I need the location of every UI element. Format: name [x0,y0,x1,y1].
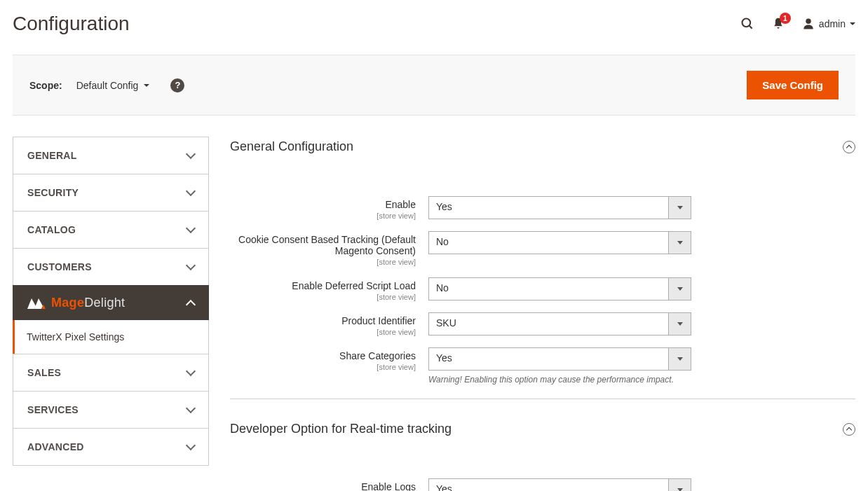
sidebar-item-customers[interactable]: CUSTOMERS [13,248,209,285]
field-label-cookie: Cookie Consent Based Tracking (Default M… [238,234,416,256]
chevron-down-icon [186,366,196,376]
sidebar-item-services[interactable]: SERVICES [13,391,209,428]
cookie-consent-select[interactable]: No [428,231,691,254]
chevron-down-icon [186,149,196,159]
collapse-toggle[interactable] [843,423,855,436]
chevron-down-icon [186,186,196,196]
chevron-down-icon [677,241,683,244]
field-note-share-cat: Warning! Enabling this option may cause … [428,375,691,385]
sidebar-item-general[interactable]: GENERAL [13,137,209,174]
sidebar-item-label: SERVICES [27,404,79,415]
collapse-toggle[interactable] [843,141,855,153]
select-dropdown-button[interactable] [668,278,691,300]
select-value: No [429,232,668,254]
section-title-developer: Developer Option for Real-time tracking [230,422,452,436]
field-scope: [store view] [230,328,416,336]
chevron-down-icon [677,322,683,326]
username-label: admin [819,18,846,29]
select-value: No [429,278,668,300]
field-label-enable: Enable [385,199,416,210]
scope-label: Scope: [29,80,62,91]
field-scope: [store view] [230,212,416,220]
config-sidebar: GENERAL SECURITY CATALOG CUSTOMERS MageD… [13,137,209,491]
chevron-down-icon [186,223,196,233]
field-label-product-id: Product Identifier [341,315,416,326]
chevron-down-icon [677,287,683,291]
page-title: Configuration [13,13,130,35]
chevron-up-icon [846,145,852,151]
chevron-up-icon [186,299,196,309]
select-dropdown-button[interactable] [668,479,691,491]
chevron-down-icon [186,261,196,270]
sidebar-item-security[interactable]: SECURITY [13,174,209,211]
svg-point-2 [806,19,811,25]
sidebar-item-catalog[interactable]: CATALOG [13,211,209,248]
field-label-share-cat: Share Categories [339,350,416,361]
chevron-down-icon [850,22,855,25]
field-scope: [store view] [230,363,416,371]
select-value: SKU [429,313,668,335]
select-dropdown-button[interactable] [668,232,691,254]
user-menu[interactable]: admin [802,18,855,30]
sidebar-item-advanced[interactable]: ADVANCED [13,428,209,466]
deferred-script-select[interactable]: No [428,277,691,300]
chevron-down-icon [677,206,683,209]
field-scope: [store view] [230,293,416,301]
enable-select[interactable]: Yes [428,196,691,219]
notifications-icon[interactable]: 1 [771,17,785,31]
svg-point-0 [742,19,750,27]
sidebar-item-label: CATALOG [27,224,76,235]
sidebar-item-sales[interactable]: SALES [13,354,209,391]
select-value: Yes [429,479,668,491]
brand-icon [27,296,46,310]
section-title-general: General Configuration [230,139,353,154]
save-config-button[interactable]: Save Config [747,71,839,99]
sidebar-item-label: CUSTOMERS [27,261,92,272]
chevron-down-icon [677,488,683,491]
field-label-enable-logs: Enable Logs [361,481,416,491]
share-categories-select[interactable]: Yes [428,347,691,371]
search-icon[interactable] [740,17,754,31]
field-scope: [store view] [230,258,416,266]
field-label-deferred: Enable Deferred Script Load [292,280,416,291]
scope-selector[interactable]: Default Config [76,80,150,91]
chevron-down-icon [144,84,149,87]
svg-line-1 [749,26,752,29]
chevron-down-icon [677,357,683,361]
chevron-up-icon [846,427,852,433]
magedelight-logo: MageDelight [27,296,125,310]
sidebar-item-label: SECURITY [27,187,79,198]
sidebar-item-label: SALES [27,367,61,378]
sidebar-item-magedelight[interactable]: MageDelight [13,285,209,320]
scope-value: Default Config [76,80,139,91]
section-divider [230,399,855,399]
chevron-down-icon [186,441,196,450]
product-identifier-select[interactable]: SKU [428,312,691,336]
select-dropdown-button[interactable] [668,313,691,335]
sidebar-item-label: GENERAL [27,150,77,161]
select-value: Yes [429,348,668,370]
user-icon [802,18,815,30]
help-icon[interactable]: ? [170,78,184,92]
sidebar-subitem-twitterx[interactable]: TwitterX Pixel Settings [13,320,209,354]
notification-badge: 1 [780,13,791,24]
select-dropdown-button[interactable] [668,348,691,370]
enable-logs-select[interactable]: Yes [428,478,691,491]
select-value: Yes [429,197,668,219]
chevron-down-icon [186,403,196,413]
select-dropdown-button[interactable] [668,197,691,219]
sidebar-item-label: ADVANCED [27,441,84,452]
